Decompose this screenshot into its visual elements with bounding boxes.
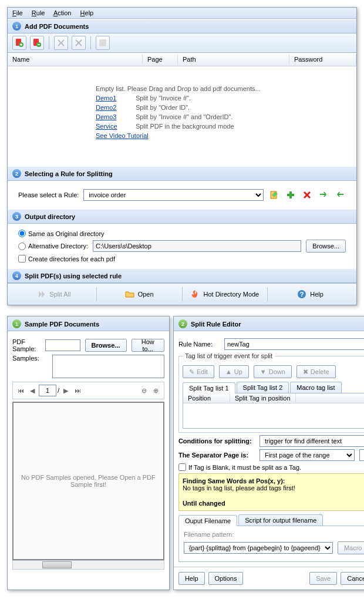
col-position: Position [183, 393, 230, 403]
conditions-select[interactable]: trigger for find different text [259, 435, 364, 447]
edit-tag-button[interactable]: ✎ Edit [183, 365, 214, 378]
next-page-button[interactable]: ▶ [60, 385, 71, 396]
no-tags-msg: No tags in tag list, please add tags fir… [183, 484, 295, 492]
add-file-button[interactable] [12, 36, 26, 50]
export-rule-button[interactable] [334, 189, 346, 201]
delete-icon [302, 190, 312, 200]
add-folder-button[interactable] [30, 36, 44, 50]
menu-help[interactable]: Help [80, 9, 94, 16]
up-tag-button[interactable]: ▲ Up [219, 365, 249, 378]
tag-grid[interactable]: PositionSplit Tag in position [183, 393, 364, 429]
alt-dir-input[interactable] [93, 240, 301, 252]
demo1-link[interactable]: Demo1 [96, 93, 136, 103]
zoom-out-button[interactable]: ⊖ [139, 385, 150, 396]
separator-select[interactable]: First page of the range [259, 449, 355, 461]
last-page-button[interactable]: ⏭ [72, 385, 83, 396]
tag-list-fieldset: Tag list of trigger event for split ✎ Ed… [178, 352, 364, 433]
col-path[interactable]: Path [178, 55, 289, 64]
edit-icon [269, 190, 279, 200]
save-list-button[interactable] [96, 36, 110, 50]
help-icon: ? [297, 290, 306, 299]
alt-dir-radio[interactable]: Alternative Directory: [18, 243, 88, 250]
section-3-header: 3 Output directory [8, 209, 356, 224]
separator-num-input[interactable] [359, 449, 364, 461]
col-password[interactable]: Password [289, 55, 356, 64]
video-link[interactable]: See Video Tutorial [96, 131, 149, 140]
section-2-title: Selecting a Rule for Splitting [25, 170, 113, 177]
howto-button[interactable]: How to... [132, 339, 164, 352]
demo-row: ServiceSplit PDF in the background mode [96, 122, 356, 131]
help-button-2[interactable]: Help [178, 572, 205, 585]
cancel-button[interactable]: Cancel [341, 572, 364, 585]
demo3-link[interactable]: Demo3 [96, 112, 136, 122]
split-all-button[interactable]: Split All [11, 287, 97, 301]
same-dir-radio[interactable]: Same as Original directory [18, 230, 346, 237]
hot-dir-button[interactable]: Hot Directory Mode [183, 287, 268, 301]
browse-dir-button[interactable]: Browse... [306, 240, 346, 253]
pdf-preview: No PDF Samples opened. Please Open a PDF… [12, 402, 164, 560]
service-link[interactable]: Service [96, 122, 136, 131]
section-3-title: Output directory [25, 213, 75, 220]
samples-textarea[interactable] [52, 355, 164, 378]
prev-page-button[interactable]: ◀ [27, 385, 38, 396]
browse-sample-button[interactable]: Browse... [85, 339, 127, 352]
badge-2: 2 [12, 169, 21, 178]
pattern-select[interactable]: {part} {splittag} from {pagebegin} to {p… [184, 542, 333, 554]
create-dirs-checkbox[interactable]: Create directories for each pdf [18, 255, 346, 262]
preview-empty: No PDF Samples opened. Please Open a PDF… [19, 474, 157, 488]
menu-action[interactable]: Action [53, 9, 72, 16]
samples-label: Samples: [12, 355, 48, 362]
zoom-in-button[interactable]: ⊕ [151, 385, 161, 396]
demo2-link[interactable]: Demo2 [96, 103, 136, 112]
import-rule-button[interactable] [318, 189, 329, 201]
editor-windows: 1 Sample PDF Documents PDF Sample: Brows… [7, 316, 357, 590]
options-button[interactable]: Options [208, 572, 244, 585]
separator-label: The Separator Page is: [178, 452, 255, 459]
editor-title: Split Rule Editor [191, 321, 241, 328]
delete-tag-button[interactable]: ✖ Delete [296, 365, 336, 378]
tab-taglist1[interactable]: Split Tag list 1 [183, 382, 235, 393]
import-icon [319, 190, 328, 200]
section-4-title: Split PDF(s) using selected rule [25, 272, 122, 280]
main-window: File Rule Action Help 1 Add PDF Document… [7, 7, 357, 305]
macro-button[interactable]: Macro [338, 541, 364, 554]
col-splittag: Split Tag in position [230, 393, 296, 403]
section-1-title: Add PDF Documents [25, 23, 89, 30]
demo-row: Demo3Split by "Invoice #" and "OrderID". [96, 112, 356, 122]
menu-rule[interactable]: Rule [32, 9, 45, 16]
h-scrollbar[interactable] [12, 560, 164, 570]
menu-file[interactable]: File [12, 9, 23, 16]
help-button[interactable]: ?Help [268, 287, 353, 301]
badge-1: 1 [12, 22, 21, 31]
tab-output-script[interactable]: Script for output filename [238, 514, 323, 526]
badge-4: 4 [12, 271, 21, 280]
tab-macrolist[interactable]: Macro tag list [290, 382, 341, 393]
save-button[interactable]: Save [309, 572, 337, 585]
tag-tabs: Split Tag list 1 Split Tag list 2 Macro … [183, 382, 364, 393]
document-list[interactable]: Empty list. Please Drag and Drop to add … [8, 66, 356, 166]
col-name[interactable]: Name [8, 55, 143, 64]
tools-button[interactable] [72, 36, 86, 50]
finding-title: Finding Same Words at Pos(x, y): [183, 477, 285, 484]
svg-point-4 [77, 42, 80, 44]
action-bar: Split All Open Hot Directory Mode ?Help [8, 283, 356, 305]
tag-list-legend: Tag list of trigger event for split [183, 352, 275, 359]
down-tag-button[interactable]: ▼ Down [254, 365, 292, 378]
open-button[interactable]: Open [97, 287, 183, 301]
remove-button[interactable] [54, 36, 68, 50]
pdf-sample-input[interactable] [45, 339, 80, 351]
pdf-sample-label: PDF Sample: [12, 338, 41, 352]
output-tabs: Ouput Filename Script for output filenam… [178, 514, 364, 526]
col-page[interactable]: Page [143, 55, 178, 64]
edit-rule-button[interactable] [268, 189, 280, 201]
tab-taglist2[interactable]: Split Tag list 2 [237, 382, 289, 393]
delete-rule-button[interactable] [301, 189, 313, 201]
rule-select[interactable]: invoice order [83, 189, 264, 201]
tab-output-filename[interactable]: Ouput Filename [178, 515, 237, 526]
rule-name-input[interactable] [224, 338, 364, 350]
blank-tag-checkbox[interactable]: If Tag is Blank, it must be split as a T… [178, 463, 364, 471]
first-page-button[interactable]: ⏮ [15, 385, 26, 396]
doc-toolbar [8, 33, 356, 53]
new-rule-button[interactable] [285, 189, 296, 201]
page-input[interactable] [39, 385, 56, 396]
